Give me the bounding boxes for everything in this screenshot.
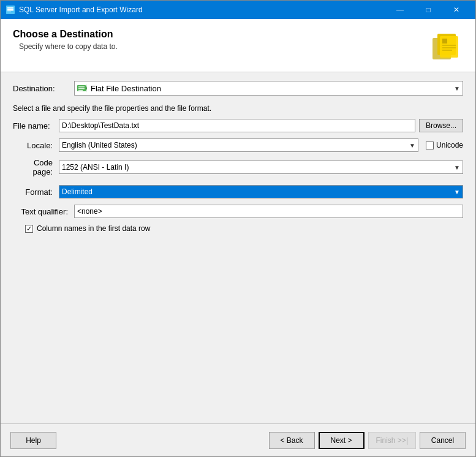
svg-rect-3 (7, 10, 13, 11)
close-button[interactable]: ✕ (442, 1, 470, 19)
col-names-row: ✓ Column names in the first data row (13, 224, 463, 233)
format-label: Format: (13, 187, 59, 197)
codepage-value: 1252 (ANSI - Latin I) (62, 163, 129, 172)
text-qualifier-label: Text qualifier: (13, 207, 74, 216)
svg-rect-15 (78, 88, 85, 89)
codepage-label: Code page: (13, 158, 59, 176)
finish-button[interactable]: Finish >>| (368, 432, 416, 449)
destination-row: Destination: Flat File Destination ▼ (13, 81, 463, 96)
svg-rect-16 (78, 90, 83, 91)
maximize-button[interactable]: □ (414, 1, 442, 19)
file-info-text: Select a file and specify the file prope… (13, 104, 463, 113)
unicode-label: Unicode (436, 141, 463, 149)
header-icon (426, 29, 463, 66)
format-dropdown-arrow: ▼ (454, 189, 460, 195)
format-value: Delimited (62, 187, 93, 196)
destination-dropdown-arrow: ▼ (454, 85, 460, 92)
col-names-checkbox[interactable]: ✓ (25, 225, 33, 233)
svg-rect-14 (78, 86, 85, 88)
destination-select[interactable]: Flat File Destination ▼ (74, 81, 463, 96)
codepage-dropdown-arrow: ▼ (454, 164, 460, 171)
svg-rect-11 (442, 50, 452, 51)
browse-button[interactable]: Browse... (419, 119, 463, 132)
format-select[interactable]: Delimited ▼ (59, 185, 463, 198)
destination-label: Destination: (13, 84, 68, 93)
col-names-label: Column names in the first data row (37, 224, 150, 233)
svg-rect-8 (442, 39, 447, 43)
svg-rect-1 (7, 7, 13, 9)
text-qualifier-row: Text qualifier: (13, 205, 463, 218)
main-form: Destination: Flat File Destination ▼ (1, 72, 475, 423)
destination-value: Flat File Destination (91, 84, 161, 93)
window-controls: — □ ✕ (386, 1, 470, 19)
locale-value: English (United States) (62, 141, 137, 149)
file-name-input[interactable] (59, 119, 415, 132)
titlebar: SQL Server Import and Export Wizard — □ … (1, 1, 475, 19)
col-names-check[interactable]: ✓ Column names in the first data row (25, 224, 150, 233)
svg-rect-10 (442, 47, 456, 48)
locale-dropdown-arrow: ▼ (409, 142, 415, 149)
locale-row: Locale: English (United States) ▼ Unicod… (13, 138, 463, 152)
minimize-button[interactable]: — (386, 1, 414, 19)
window-title: SQL Server Import and Export Wizard (19, 6, 386, 14)
format-row: Format: Delimited ▼ (13, 185, 463, 198)
svg-rect-4 (7, 12, 11, 12)
destination-select-inner: Flat File Destination (77, 84, 454, 93)
main-window: SQL Server Import and Export Wizard — □ … (0, 0, 476, 457)
header-text: Choose a Destination Specify where to co… (13, 29, 118, 51)
page-header: Choose a Destination Specify where to co… (1, 19, 475, 72)
content-area: Choose a Destination Specify where to co… (1, 19, 475, 456)
help-button[interactable]: Help (10, 432, 56, 449)
unicode-checkbox[interactable] (426, 142, 434, 149)
text-qualifier-input[interactable] (74, 205, 463, 218)
footer: Help < Back Next > Finish >>| Cancel (1, 423, 475, 456)
unicode-check[interactable]: Unicode (426, 141, 463, 149)
back-button[interactable]: < Back (269, 432, 315, 449)
footer-left: Help (10, 432, 269, 449)
codepage-row: Code page: 1252 (ANSI - Latin I) ▼ (13, 158, 463, 176)
cancel-button[interactable]: Cancel (420, 432, 466, 449)
locale-label: Locale: (13, 141, 59, 150)
next-button[interactable]: Next > (319, 432, 365, 449)
page-title: Choose a Destination (13, 29, 118, 40)
codepage-select[interactable]: 1252 (ANSI - Latin I) ▼ (59, 161, 463, 174)
app-icon (6, 5, 15, 15)
footer-right: < Back Next > Finish >>| Cancel (269, 432, 466, 449)
file-name-label: File name: (13, 121, 59, 130)
svg-marker-13 (86, 84, 87, 93)
svg-rect-9 (442, 45, 456, 46)
svg-rect-2 (7, 9, 13, 10)
locale-select[interactable]: English (United States) ▼ (59, 138, 418, 152)
file-name-row: File name: Browse... (13, 119, 463, 132)
page-subtitle: Specify where to copy data to. (19, 42, 118, 51)
